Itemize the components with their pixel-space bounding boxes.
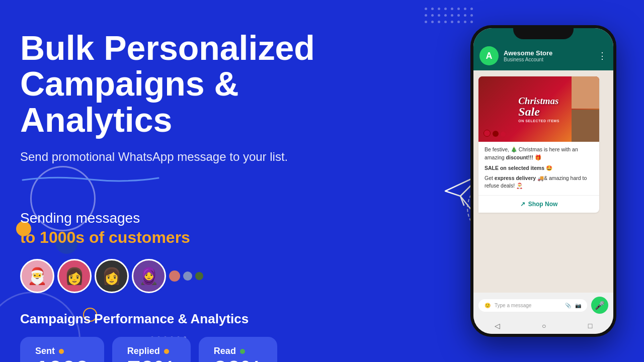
avatar-3: 👩: [95, 259, 129, 293]
whatsapp-input-bar: 🙂 Type a message 📎 📷 🎤: [473, 293, 613, 318]
avatar-dot-2: [183, 272, 192, 281]
sending-line2: to 1000s of customers: [20, 228, 362, 247]
message-sale-line: SALE on selected items 🤩: [485, 165, 593, 171]
camera-icon: 📷: [575, 303, 581, 308]
mic-button[interactable]: 🎤: [591, 297, 608, 314]
stat-read-label: Read: [214, 346, 262, 356]
phone-screen: A Awesome Store Business Account ⋮: [473, 28, 613, 334]
contact-avatar: A: [479, 46, 499, 65]
message-christmas-text: Christmas: [518, 96, 559, 106]
sending-line1: Sending messages: [20, 210, 362, 226]
stat-sent-dot: [59, 349, 64, 354]
avatar-1: 🎅: [20, 259, 54, 293]
emoji-icon: 🙂: [485, 303, 491, 308]
underline-curve: [20, 174, 161, 183]
message-text-area: Be festive, 🎄 Christmas is here with an …: [478, 142, 599, 195]
avatars-row: 🎅 👩 👩 🧕: [20, 259, 362, 293]
wa-menu-dots[interactable]: ⋮: [598, 50, 607, 61]
stat-read-value: 90%: [214, 356, 262, 362]
stat-sent-label: Sent: [35, 346, 89, 356]
avatar-dot-3: [195, 272, 203, 280]
message-sale-subtitle: ON SELECTED ITEMS: [518, 119, 559, 123]
avatar-dot-1: [169, 270, 180, 282]
phone-bottom-nav: ◁ ○ □: [473, 318, 613, 334]
stat-replied-label: Replied: [127, 346, 176, 356]
message-text-1: Be festive, 🎄 Christmas is here with an …: [485, 146, 593, 162]
analytics-title: Campaigns Performance & Analytics: [20, 311, 362, 327]
chat-area: Christmas Sale ON SELECTED ITEMS Be fest…: [473, 70, 613, 293]
stat-sent: Sent 1000: [20, 337, 104, 362]
phone-frame: A Awesome Store Business Account ⋮: [470, 25, 616, 337]
message-sale-text: Sale: [518, 106, 559, 118]
back-nav-icon[interactable]: ◁: [495, 322, 500, 330]
stat-read: Read 90%: [199, 337, 277, 362]
stat-replied-value: 70%: [127, 356, 176, 362]
phone-notch: [513, 25, 574, 39]
sending-messages-block: Sending messages to 1000s of customers: [20, 210, 362, 247]
avatar-4: 🧕: [132, 259, 166, 293]
stat-replied-dot: [164, 349, 169, 354]
home-nav-icon[interactable]: ○: [542, 322, 546, 330]
stat-read-dot: [240, 349, 245, 354]
message-delivery: Get express delivery 🚚& amazing hard to …: [485, 174, 593, 191]
input-placeholder-text: Type a message: [495, 303, 561, 308]
subheadline: Send promotional WhatsApp message to you…: [20, 150, 362, 164]
shop-now-button[interactable]: ↗ Shop Now: [478, 195, 599, 213]
headline: Bulk Personalized Campaigns & Analytics: [20, 30, 362, 138]
avatar-2: 👩: [57, 259, 92, 293]
external-link-icon: ↗: [520, 201, 525, 208]
message-bubble: Christmas Sale ON SELECTED ITEMS Be fest…: [478, 76, 599, 213]
recents-nav-icon[interactable]: □: [588, 322, 592, 330]
shop-now-label: Shop Now: [528, 201, 558, 208]
contact-name: Awesome Store: [504, 49, 593, 57]
contact-status: Business Account: [504, 57, 593, 62]
message-input-field[interactable]: 🙂 Type a message 📎 📷: [478, 299, 587, 312]
phone-section: A Awesome Store Business Account ⋮: [463, 15, 624, 347]
stat-sent-value: 1000: [35, 356, 89, 362]
left-content: Bulk Personalized Campaigns & Analytics …: [20, 30, 362, 362]
message-image: Christmas Sale ON SELECTED ITEMS: [478, 76, 599, 142]
contact-info: Awesome Store Business Account: [504, 49, 593, 62]
stat-replied: Replied 70%: [112, 337, 191, 362]
stats-row: Sent 1000 Replied 70% Read 90%: [20, 337, 362, 362]
attachment-icon: 📎: [565, 303, 571, 308]
